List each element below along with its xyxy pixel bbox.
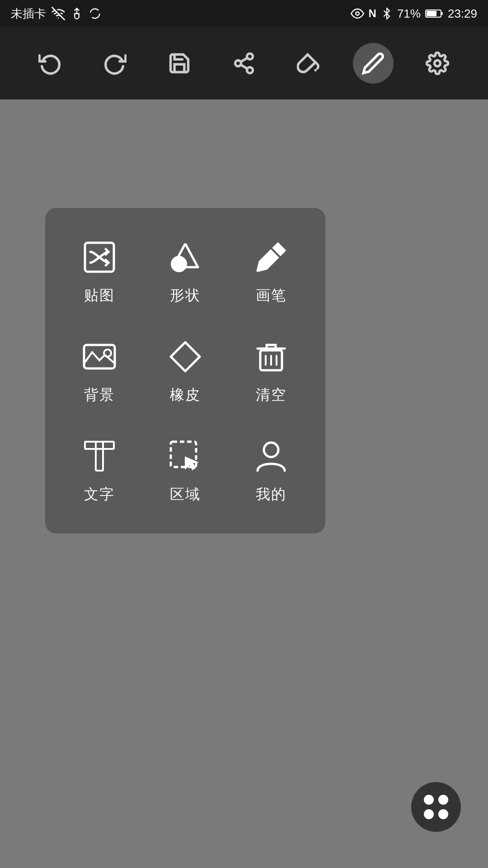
shape-label: 形状	[170, 286, 201, 306]
shape-menu-item[interactable]: 形状	[145, 226, 226, 316]
background-label: 背景	[84, 385, 115, 405]
svg-point-11	[435, 61, 441, 66]
brush-label: 画笔	[256, 286, 286, 306]
text-menu-item[interactable]: 文字	[59, 425, 140, 515]
usb-icon	[70, 7, 83, 20]
settings-button[interactable]	[417, 43, 458, 84]
clear-label: 清空	[256, 385, 286, 405]
background-icon	[79, 336, 120, 377]
mine-label: 我的	[256, 485, 286, 505]
text-label: 文字	[84, 485, 115, 505]
menu-panel: 贴图 形状 画笔	[45, 208, 325, 533]
eraser-menu-item[interactable]: 橡皮	[145, 326, 226, 416]
svg-point-1	[356, 12, 359, 15]
svg-point-25	[264, 443, 278, 457]
eraser-icon	[165, 336, 206, 377]
text-icon	[79, 436, 120, 476]
svg-rect-4	[441, 12, 443, 15]
status-left: 未插卡	[11, 6, 101, 22]
pen-button[interactable]	[353, 43, 394, 84]
toolbar	[0, 27, 488, 99]
mine-menu-item[interactable]: 我的	[230, 425, 312, 515]
fab-button[interactable]	[411, 782, 461, 832]
carrier-label: 未插卡	[11, 6, 46, 22]
sticker-label: 贴图	[84, 286, 115, 306]
share-button[interactable]	[224, 43, 264, 84]
clear-icon	[251, 336, 291, 377]
clear-menu-item[interactable]: 清空	[230, 326, 312, 416]
undo-button[interactable]	[30, 43, 70, 84]
shape-icon	[165, 237, 206, 278]
bluetooth-icon	[381, 8, 393, 19]
svg-rect-3	[427, 11, 436, 16]
save-button[interactable]	[159, 43, 200, 84]
svg-point-16	[104, 349, 111, 357]
region-label: 区域	[170, 485, 201, 505]
svg-point-13	[172, 257, 186, 271]
mine-icon	[251, 436, 291, 476]
nfc-icon: N	[369, 7, 376, 20]
svg-rect-23	[96, 442, 103, 471]
dot-4	[438, 809, 448, 819]
sticker-icon	[79, 237, 120, 278]
region-menu-item[interactable]: 区域	[145, 425, 226, 515]
brush-menu-item[interactable]: 画笔	[230, 226, 312, 316]
status-right: N 71% 23:29	[351, 7, 477, 21]
fill-button[interactable]	[288, 43, 329, 84]
dot-3	[424, 809, 434, 819]
battery-icon	[425, 9, 443, 19]
status-bar: 未插卡 N 71% 23:29	[0, 0, 488, 27]
sync-icon	[89, 7, 101, 20]
dot-1	[424, 795, 434, 805]
wifi-icon	[52, 7, 65, 20]
time-label: 23:29	[448, 7, 477, 21]
fab-dots	[422, 793, 450, 821]
region-icon	[165, 436, 206, 476]
eraser-label: 橡皮	[170, 385, 201, 405]
svg-rect-22	[85, 442, 114, 449]
brush-icon	[251, 237, 291, 278]
svg-line-9	[241, 58, 248, 62]
canvas-area[interactable]: 贴图 形状 画笔	[0, 99, 488, 868]
sticker-menu-item[interactable]: 贴图	[59, 226, 140, 316]
background-menu-item[interactable]: 背景	[59, 326, 140, 416]
svg-point-0	[90, 9, 100, 19]
dot-2	[438, 795, 448, 805]
redo-button[interactable]	[94, 43, 135, 84]
battery-text: 71%	[397, 7, 421, 21]
svg-line-8	[241, 65, 248, 69]
eye-icon	[351, 7, 364, 20]
